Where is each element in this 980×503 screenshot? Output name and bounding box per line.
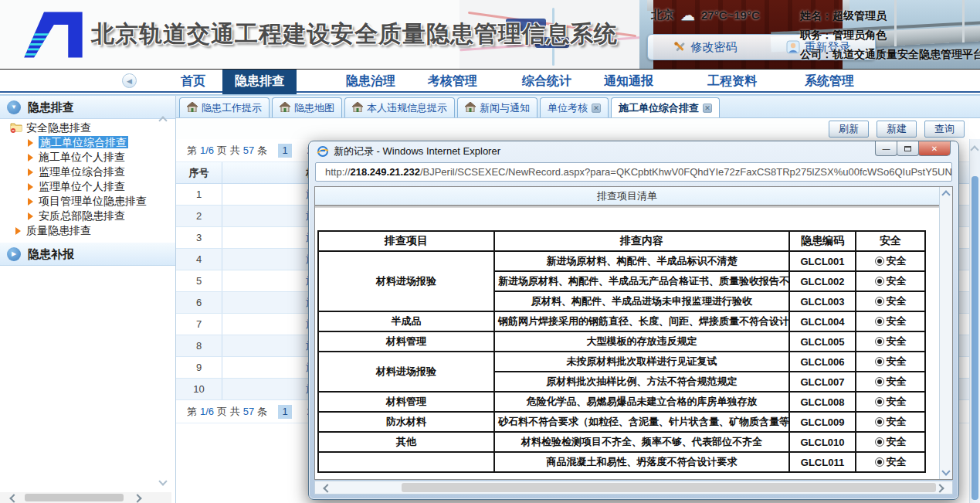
tab-2[interactable]: 隐患地图 xyxy=(272,97,342,117)
content-cell: 商品混凝土和易性、坍落度不符合设计要求 xyxy=(494,452,789,472)
checklist-row: 材料管理大型模板的存放违反规定GLCL005安全 xyxy=(318,331,925,352)
main-vscrollbar[interactable] xyxy=(969,139,980,503)
scroll-right-icon[interactable] xyxy=(935,484,944,492)
safety-radio[interactable] xyxy=(875,257,884,266)
tab-5[interactable]: 单位考核✕ xyxy=(540,97,609,117)
popup-vscrollbar[interactable] xyxy=(939,187,952,479)
tab-3[interactable]: 本人违规信息提示 xyxy=(344,97,455,117)
page-info: 条 xyxy=(257,144,267,158)
arrow-icon xyxy=(28,139,33,147)
tree-root-safety-check[interactable]: 安全隐患排查 xyxy=(0,121,154,135)
scrollbar-thumb[interactable] xyxy=(402,483,936,492)
safety-radio[interactable] xyxy=(875,437,884,447)
row-number: 3 xyxy=(176,227,222,248)
popup-hscrollbar[interactable] xyxy=(314,481,953,495)
maximize-button[interactable] xyxy=(897,141,919,156)
project-cell: 材料进场报验 xyxy=(318,352,494,392)
tab-close-icon[interactable]: ✕ xyxy=(592,104,601,113)
tree-item-label: 项目管理单位隐患排查 xyxy=(39,195,147,207)
tree-item-label: 监理单位个人排查 xyxy=(39,180,125,192)
scrollbar-thumb[interactable] xyxy=(25,494,124,501)
code-cell: GLCL004 xyxy=(789,311,856,331)
scroll-left-icon[interactable] xyxy=(323,484,331,492)
scroll-down-icon[interactable] xyxy=(158,477,167,485)
tree-item-3[interactable]: 监理单位综合排查 xyxy=(0,165,154,179)
scroll-right-icon[interactable] xyxy=(133,494,141,502)
arrow-icon xyxy=(15,227,21,235)
row-number: 6 xyxy=(176,292,222,313)
tab-1[interactable]: 隐患工作提示 xyxy=(179,97,270,117)
code-cell: GLCL002 xyxy=(789,271,856,291)
scroll-up-icon[interactable] xyxy=(941,190,950,199)
tree-item-2[interactable]: 施工单位个人排查 xyxy=(0,150,154,165)
panel-collapse-icon: ▼ xyxy=(7,100,21,114)
row-number: 5 xyxy=(176,270,222,291)
panel1-title: 隐患排查 xyxy=(28,100,74,114)
safety-radio[interactable] xyxy=(875,417,884,427)
status-cell: 安全 xyxy=(856,452,925,472)
home-icon xyxy=(465,102,476,114)
nav-item-8[interactable]: 系统管理 xyxy=(800,70,859,93)
popup-titlebar[interactable]: 新的记录 - Windows Internet Explorer xyxy=(317,144,500,158)
safety-radio[interactable] xyxy=(875,457,884,467)
page-number-1[interactable]: 1 xyxy=(278,144,292,158)
close-button[interactable]: ✕ xyxy=(918,141,951,156)
tab-label: 隐患地图 xyxy=(294,101,334,115)
nav-item-6[interactable]: 通知通报 xyxy=(599,70,658,93)
tree-item-1[interactable]: 施工单位综合排查 xyxy=(0,135,154,150)
weather-cloud-icon: ☁ xyxy=(680,6,695,24)
tree-item-5[interactable]: 项目管理单位隐患排查 xyxy=(0,194,154,209)
tree-item-4[interactable]: 监理单位个人排查 xyxy=(0,179,154,194)
minimize-button[interactable]: — xyxy=(875,141,897,156)
sidebar-panel-hazard-check[interactable]: ▼ 隐患排查 xyxy=(0,96,175,119)
scrollbar-thumb[interactable] xyxy=(972,176,978,500)
project-cell: 半成品 xyxy=(318,311,494,331)
tab-4[interactable]: 新闻与通知 xyxy=(457,97,537,117)
scroll-up-icon[interactable] xyxy=(970,145,978,154)
code-cell: GLCL010 xyxy=(789,432,856,452)
safety-radio[interactable] xyxy=(875,377,884,386)
tree-item-quality-check[interactable]: 质量隐患排查 xyxy=(0,223,154,238)
safety-radio[interactable] xyxy=(875,317,884,326)
document-tabbar: 隐患工作提示隐患地图本人违规信息提示新闻与通知单位考核✕施工单位综合排查✕ xyxy=(176,96,980,118)
tree-item-6[interactable]: 安质总部隐患排查 xyxy=(0,209,154,223)
nav-item-5[interactable]: 综合统计 xyxy=(517,70,576,93)
popup-title: 新的记录 - Windows Internet Explorer xyxy=(334,144,500,158)
nav-item-7[interactable]: 工程资料 xyxy=(703,70,761,93)
nav-item-1[interactable]: 首页 xyxy=(176,70,210,93)
create-button[interactable]: 新建 xyxy=(877,121,917,138)
checklist-row: 材料进场报验新进场原材料、构配件、半成品标识不清楚GLCL001安全 xyxy=(318,251,925,271)
project-cell: 其他 xyxy=(318,432,494,452)
scroll-up-icon[interactable] xyxy=(158,116,167,124)
window-controls: — ✕ xyxy=(876,141,951,156)
safety-radio[interactable] xyxy=(875,397,884,406)
safety-radio[interactable] xyxy=(875,277,884,286)
checklist-row: 材料进场报验未按原材料批次取样进行见证复试GLCL006安全 xyxy=(318,352,925,372)
safety-radio[interactable] xyxy=(875,297,884,306)
page-number-1[interactable]: 1 xyxy=(278,405,292,419)
safety-label: 安全 xyxy=(887,376,907,387)
code-cell: GLCL008 xyxy=(789,392,856,412)
scroll-down-icon[interactable] xyxy=(941,467,950,475)
checklist-column-header: 排查项目 xyxy=(318,231,494,251)
scroll-left-icon[interactable] xyxy=(9,494,18,502)
refresh-button[interactable]: 刷新 xyxy=(829,121,869,138)
safety-radio[interactable] xyxy=(875,357,884,366)
nav-collapse-icon[interactable]: ◀ xyxy=(122,73,137,88)
sidebar-hscrollbar[interactable] xyxy=(0,492,171,503)
address-bar[interactable]: http://218.249.21.232/BJPeril/SCSEXEC/Ne… xyxy=(315,162,952,182)
tab-close-icon[interactable]: ✕ xyxy=(703,104,712,113)
nav-item-3[interactable]: 隐患治理 xyxy=(341,70,400,93)
search-button[interactable]: 查询 xyxy=(924,121,965,138)
sidebar-vscrollbar[interactable] xyxy=(158,99,170,489)
nav-item-4[interactable]: 考核管理 xyxy=(423,70,482,93)
code-cell: GLCL009 xyxy=(789,412,856,432)
nav-item-2[interactable]: 隐患排查 xyxy=(222,70,297,95)
change-password-button[interactable]: 修改密码 xyxy=(673,40,738,55)
safety-radio[interactable] xyxy=(875,337,884,346)
checklist-row: 材料管理危险化学品、易燃易爆品未建立合格的库房单独存放GLCL008安全 xyxy=(318,392,925,412)
sidebar-panel-hazard-report[interactable]: ▶ 隐患补报 xyxy=(0,243,175,266)
tab-6[interactable]: 施工单位综合排查✕ xyxy=(611,97,720,117)
change-password-label: 修改密码 xyxy=(691,40,738,55)
app-title: 北京轨道交通工程建设安全质量隐患管理信息系统 xyxy=(91,19,618,50)
